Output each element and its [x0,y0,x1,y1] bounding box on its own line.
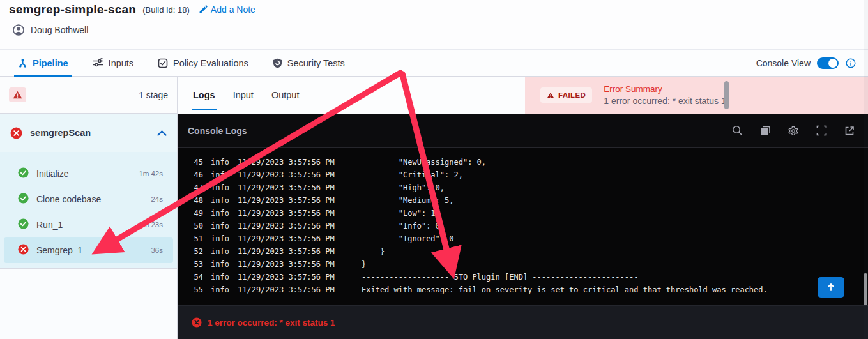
settings-gear-icon[interactable] [788,125,799,137]
fullscreen-icon[interactable] [816,125,827,137]
pipeline-icon [18,58,27,68]
log-line-number: 46 [192,170,203,179]
log-line: 52info11/29/2023 3:57:56 PM } [178,245,868,258]
console-log-area[interactable]: 45info11/29/2023 3:57:56 PM "NewUnassign… [178,148,868,305]
failed-circle-icon [10,127,22,139]
log-line-number: 53 [192,260,203,269]
console-view-label: Console View [756,58,811,68]
log-line: 49info11/29/2023 3:57:56 PM "Low": 1, [178,207,868,220]
log-timestamp: 11/29/2023 3:57:56 PM [238,183,336,192]
failed-warning-icon [547,92,554,99]
step-row-semgrep-1[interactable]: Semgrep_136s [4,237,173,263]
stage-count-label: 1 stage [139,90,168,100]
tab-inputs[interactable]: Inputs [89,50,138,76]
log-level: info [211,285,230,294]
log-level: info [211,158,230,167]
step-duration: 2m 23s [139,221,163,229]
log-level: info [211,222,230,230]
tab-input[interactable]: Input [232,79,255,112]
log-timestamp: 11/29/2023 3:57:56 PM [238,260,336,269]
inputs-icon [93,58,103,68]
error-panel-scrollbar[interactable] [724,81,729,109]
tab-policy-evaluations[interactable]: Policy Evaluations [154,50,252,76]
toggle-knob [828,59,837,68]
log-line: 45info11/29/2023 3:57:56 PM "NewUnassign… [178,156,868,169]
log-level: info [211,273,230,282]
pencil-icon [199,5,208,14]
log-line-number: 48 [192,196,203,205]
tab-pipeline-label: Pipeline [33,58,68,68]
log-line-number: 54 [192,273,203,282]
copy-icon[interactable] [759,125,771,137]
log-level: info [211,196,230,205]
security-shield-icon [273,58,282,68]
log-panel: Logs Input Output FAILED Error Summary 1… [178,77,868,339]
footer-error-text: 1 error occurred: * exit status 1 [208,318,335,328]
log-line-number: 52 [192,247,203,256]
stage-row-semgrepscan[interactable]: semgrepScan [0,114,177,152]
error-circle-icon [192,317,202,328]
build-id: (Build Id: 18) [142,5,190,15]
log-line-number: 51 [192,234,203,243]
page-title: semgrep-simple-scan [9,3,136,17]
log-line-number: 47 [192,183,203,192]
log-message: } [362,260,366,269]
tab-logs[interactable]: Logs [192,79,217,112]
tab-output[interactable]: Output [270,79,301,112]
stage-name: semgrepScan [30,128,149,138]
success-check-icon [18,218,29,232]
step-name: Initialize [36,169,131,179]
console-header: Console Logs [178,114,868,148]
step-duration: 36s [151,246,163,254]
step-name: Run_1 [36,220,131,230]
log-message: ------------------- STO Plugin [END] ---… [362,273,638,282]
info-icon[interactable] [845,57,857,69]
log-timestamp: 11/29/2023 3:57:56 PM [238,196,336,205]
log-line-number: 55 [192,285,203,294]
scroll-to-top-button[interactable] [818,277,844,298]
failed-circle-icon [18,244,29,257]
success-check-icon [18,193,29,206]
error-summary-title: Error Summary [604,84,726,94]
log-timestamp: 11/29/2023 3:57:56 PM [238,285,336,294]
page-scrollbar[interactable] [864,0,868,339]
step-row-initialize[interactable]: Initialize1m 42s [4,161,173,186]
step-name: Clone codebase [36,194,143,204]
console-view-toggle[interactable] [817,57,839,69]
chevron-up-icon[interactable] [157,130,167,136]
failed-badge-label: FAILED [558,91,586,99]
log-level: info [211,260,230,269]
log-timestamp: 11/29/2023 3:57:56 PM [238,273,336,282]
log-message: } [362,247,385,256]
search-icon[interactable] [731,125,743,137]
log-message: "Critical": 2, [362,170,463,179]
step-name: Semgrep_1 [36,245,143,255]
stage-block: semgrepScan Initialize1m 42sClone codeba… [0,114,177,269]
warning-triangle-icon [9,87,26,102]
log-timestamp: 11/29/2023 3:57:56 PM [238,222,336,230]
footer-error-bar: 1 error occurred: * exit status 1 [178,305,868,339]
step-duration: 24s [151,195,163,203]
log-message: "Medium": 5, [362,196,454,205]
log-line: 50info11/29/2023 3:57:56 PM "Info": 0, [178,220,868,232]
console-logs-title: Console Logs [188,126,247,136]
log-message: "High": 0, [362,183,445,192]
success-check-icon [18,167,29,181]
log-line: 48info11/29/2023 3:57:56 PM "Medium": 5, [178,194,868,207]
arrow-up-icon [826,283,835,292]
tab-security-tests[interactable]: Security Tests [269,50,349,76]
failed-status-badge: FAILED [540,87,592,103]
log-level: info [211,209,230,218]
error-summary-text: 1 error occurred: * exit status 1 [604,96,726,106]
open-in-new-icon[interactable] [844,125,855,137]
tab-pipeline[interactable]: Pipeline [14,50,72,76]
log-line: 53info11/29/2023 3:57:56 PM} [178,258,868,271]
log-line-number: 45 [192,158,203,167]
add-note-button[interactable]: Add a Note [199,4,255,15]
step-row-clone-codebase[interactable]: Clone codebase24s [4,186,173,212]
log-line: 55info11/29/2023 3:57:56 PMExited with m… [178,283,868,296]
log-line-number: 49 [192,209,203,218]
log-message: "Low": 1, [362,209,440,218]
step-row-run-1[interactable]: Run_12m 23s [4,212,173,237]
execution-sidebar: 1 stage semgrepScan Initialize1m 42sClon… [0,77,178,339]
